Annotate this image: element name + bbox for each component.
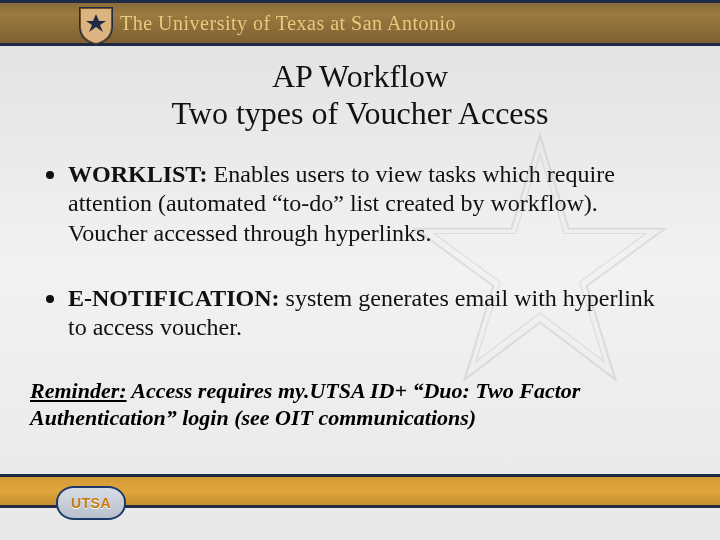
bullet-dot-icon [46, 295, 54, 303]
reminder-note: Reminder: Access requires my.UTSA ID+ “D… [30, 378, 674, 432]
header-org-name: The University of Texas at San Antonio [120, 12, 456, 35]
utsa-footer-logo-icon: UTSA [56, 486, 126, 520]
utsa-shield-icon [78, 6, 114, 46]
title-line-2: Two types of Voucher Access [0, 95, 720, 132]
bullet-item: WORKLIST: Enables users to view tasks wh… [46, 160, 674, 248]
slide: The University of Texas at San Antonio A… [0, 0, 720, 540]
title-line-1: AP Workflow [0, 58, 720, 95]
reminder-label: Reminder: [30, 378, 127, 403]
bullet-lead: WORKLIST: [68, 161, 208, 187]
bullet-text: WORKLIST: Enables users to view tasks wh… [68, 160, 674, 248]
bullet-text: E-NOTIFICATION: system generates email w… [68, 284, 674, 343]
bullet-dot-icon [46, 171, 54, 179]
bullet-lead: E-NOTIFICATION: [68, 285, 280, 311]
slide-title: AP Workflow Two types of Voucher Access [0, 58, 720, 132]
bullet-item: E-NOTIFICATION: system generates email w… [46, 284, 674, 343]
header-bar: The University of Texas at San Antonio [0, 0, 720, 46]
slide-content: WORKLIST: Enables users to view tasks wh… [46, 160, 674, 342]
